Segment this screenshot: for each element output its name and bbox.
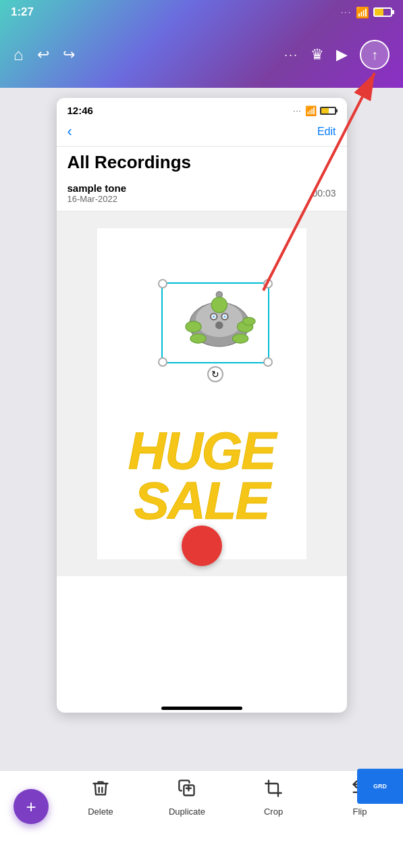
handle-bottom-right[interactable]: [263, 357, 273, 367]
svg-point-18: [242, 317, 255, 326]
rotate-icon: ↻: [211, 369, 219, 380]
duplicate-icon: [178, 779, 196, 802]
recordings-heading: All Recordings: [68, 152, 336, 173]
redo-icon[interactable]: ↪: [63, 46, 75, 63]
share-icon: ↑: [371, 47, 378, 63]
svg-point-13: [211, 297, 227, 313]
huge-sale-text: HUGE SALE: [97, 426, 306, 526]
watermark-badge: GRD: [357, 769, 403, 804]
home-icon[interactable]: ⌂: [14, 45, 24, 64]
design-canvas: ↻: [97, 228, 306, 559]
recording-info: sample tone 16-Mar-2022: [68, 182, 127, 204]
phone-status-icons: ··· 📶: [293, 105, 335, 116]
nav-right: ··· ♛ ▶ ↑: [284, 40, 389, 70]
recording-date: 16-Mar-2022: [68, 194, 127, 204]
delete-label: Delete: [88, 807, 113, 817]
toolbar-crop[interactable]: Crop: [250, 779, 297, 817]
phone-signal-icon: ···: [293, 107, 301, 115]
app-time: 1:27: [11, 5, 34, 19]
design-canvas-area[interactable]: ↻: [57, 211, 347, 576]
crop-icon: [264, 779, 283, 802]
phone-status-bar: 12:46 ··· 📶: [57, 98, 347, 119]
edit-button[interactable]: Edit: [317, 126, 336, 138]
svg-point-10: [223, 315, 225, 317]
huge-word: HUGE: [97, 426, 306, 476]
handle-top-right[interactable]: [263, 279, 273, 288]
recording-item[interactable]: sample tone 16-Mar-2022 00:03: [57, 176, 347, 211]
toolbar-delete[interactable]: Delete: [77, 779, 124, 817]
share-button[interactable]: ↑: [360, 40, 389, 70]
turtle-element[interactable]: ↻: [161, 282, 269, 363]
app-status-bar: 1:27 ··· 📶: [0, 0, 403, 22]
delete-icon: [91, 779, 110, 802]
add-icon: +: [26, 796, 36, 817]
app-bottom-toolbar: + Delete Duplicate: [0, 770, 403, 868]
handle-top-left[interactable]: [158, 279, 167, 288]
battery-icon: [373, 7, 392, 17]
home-indicator: [161, 707, 242, 710]
flip-label: Flip: [353, 807, 367, 817]
app-nav-bar: ⌂ ↩ ↪ ··· ♛ ▶ ↑: [0, 22, 403, 88]
svg-point-14: [185, 322, 200, 332]
phone-time: 12:46: [68, 105, 93, 116]
crop-label: Crop: [264, 807, 283, 817]
wifi-icon: 📶: [356, 6, 369, 19]
recording-duration: 00:03: [312, 188, 335, 199]
record-button-area: [182, 526, 222, 566]
phone-wifi-icon: 📶: [305, 105, 317, 116]
record-button[interactable]: [182, 526, 222, 566]
svg-point-9: [212, 315, 214, 317]
rotate-handle[interactable]: ↻: [207, 366, 223, 382]
add-fab-button[interactable]: +: [14, 789, 49, 824]
turtle-svg: [163, 284, 268, 362]
svg-point-17: [232, 334, 248, 343]
play-icon[interactable]: ▶: [336, 46, 348, 63]
duplicate-label: Duplicate: [169, 807, 205, 817]
sale-word: SALE: [97, 476, 306, 526]
back-button[interactable]: ‹: [68, 123, 72, 141]
more-icon[interactable]: ···: [284, 48, 298, 62]
nav-left: ⌂ ↩ ↪: [14, 45, 75, 64]
handle-bottom-left[interactable]: [158, 357, 167, 367]
phone-mockup: 12:46 ··· 📶 ‹ Edit All Recordings sample…: [57, 98, 347, 713]
battery-fill: [375, 9, 383, 16]
svg-point-6: [215, 322, 223, 330]
status-icons: ··· 📶: [341, 6, 392, 19]
signal-dots-icon: ···: [341, 7, 352, 17]
crown-icon[interactable]: ♛: [311, 46, 324, 63]
recordings-title-area: All Recordings: [57, 147, 347, 176]
top-bar: 1:27 ··· 📶 ⌂ ↩ ↪ ··· ♛ ▶ ↑: [0, 0, 403, 88]
phone-nav: ‹ Edit: [57, 119, 347, 147]
recording-name: sample tone: [68, 182, 127, 194]
toolbar-duplicate[interactable]: Duplicate: [163, 779, 211, 817]
phone-battery-icon: [320, 107, 336, 115]
undo-icon[interactable]: ↩: [37, 46, 49, 63]
svg-point-16: [190, 334, 205, 343]
watermark-text: GRD: [373, 783, 387, 790]
